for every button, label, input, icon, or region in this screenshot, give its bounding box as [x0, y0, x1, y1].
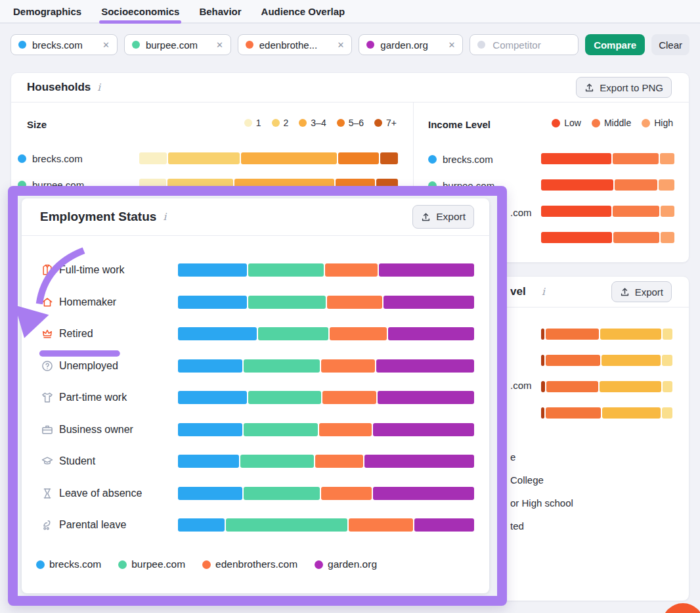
bar-segment — [241, 152, 338, 164]
size-legend: 1 2 3–4 5–6 7+ — [244, 118, 397, 128]
bar-segment — [376, 359, 474, 373]
bar-segment — [613, 232, 659, 243]
competitor-filter-bar: brecks.com ✕ burpee.com ✕ edenbrothe... … — [11, 34, 689, 55]
bar-segment — [613, 153, 659, 164]
bar-segment — [178, 263, 247, 277]
bar-segment — [330, 327, 387, 340]
legend-item: 1 — [244, 118, 261, 128]
report-tab-bar: Demographics Socioeconomics Behavior Aud… — [0, 0, 700, 24]
income-section-label: Income Level — [428, 119, 491, 130]
bar-segment — [327, 296, 383, 309]
education-legend-fragment: or High school — [510, 497, 573, 509]
employment-row: Unemployed — [22, 358, 489, 374]
bar-segment — [178, 327, 257, 340]
chip-close-icon[interactable]: ✕ — [337, 40, 344, 50]
bar-segment — [661, 232, 674, 243]
competitor-input[interactable] — [491, 39, 559, 51]
employment-row-retired: Retired — [22, 326, 489, 342]
work-jacket-icon — [41, 263, 54, 277]
employment-row: Part-time work — [22, 390, 489, 405]
bar-segment — [168, 152, 239, 164]
info-icon[interactable]: i — [163, 211, 166, 223]
bar-segment — [546, 329, 599, 340]
bar-segment — [602, 355, 661, 366]
chip-edenbrothers[interactable]: edenbrothe... ✕ — [238, 34, 353, 55]
tshirt-icon — [41, 391, 54, 404]
education-bar — [541, 355, 672, 366]
employment-bar — [178, 487, 474, 500]
education-bar — [541, 381, 672, 392]
bar-segment — [541, 407, 544, 419]
legend-dot — [592, 119, 600, 127]
chip-close-icon[interactable]: ✕ — [216, 40, 223, 50]
bar-segment — [338, 152, 379, 164]
chip-close-icon[interactable]: ✕ — [102, 40, 110, 50]
bar-segment — [383, 296, 474, 309]
legend-item: Low — [552, 118, 581, 128]
bar-segment — [541, 355, 544, 366]
info-icon[interactable]: i — [97, 81, 100, 93]
legend-item: brecks.com — [36, 558, 101, 570]
legend-dot — [552, 119, 560, 127]
employment-status-card: Employment Status i Export Full-time wor… — [22, 198, 489, 593]
employment-export-button[interactable]: Export — [412, 205, 474, 229]
employment-bar — [178, 359, 474, 373]
legend-item: burpee.com — [118, 558, 185, 570]
education-export-button[interactable]: Export — [611, 281, 672, 302]
chip-close-icon[interactable]: ✕ — [448, 40, 455, 50]
info-icon[interactable]: i — [542, 286, 545, 298]
legend-item: Middle — [592, 118, 631, 128]
clear-button[interactable]: Clear — [651, 34, 689, 55]
legend-dot — [118, 560, 127, 569]
upload-icon — [421, 212, 431, 222]
help-fab-button[interactable] — [662, 603, 700, 613]
income-legend: Low Middle High — [552, 118, 673, 128]
bar-segment — [541, 381, 545, 392]
bar-segment — [364, 455, 474, 468]
bar-segment — [662, 355, 672, 366]
bar-segment — [546, 381, 599, 392]
bar-segment — [178, 455, 239, 468]
households-header: Households i Export to PNG — [11, 73, 689, 102]
tab-demographics[interactable]: Demographics — [13, 0, 81, 22]
size-bar-brecks — [139, 152, 398, 164]
bar-segment — [546, 407, 601, 419]
tab-behavior[interactable]: Behavior — [199, 0, 241, 22]
chip-garden[interactable]: garden.org ✕ — [359, 34, 463, 55]
bar-segment — [178, 518, 225, 532]
chip-brecks[interactable]: brecks.com ✕ — [11, 34, 118, 55]
bar-segment — [663, 381, 672, 392]
empty-domain-dot — [477, 41, 485, 49]
bar-segment — [600, 329, 661, 340]
legend-dot — [36, 560, 45, 569]
domain-color-dot — [132, 41, 140, 49]
domain-color-dot — [18, 41, 26, 49]
tab-audience-overlap[interactable]: Audience Overlap — [261, 0, 345, 22]
bar-segment — [660, 153, 674, 164]
chip-burpee[interactable]: burpee.com ✕ — [124, 34, 231, 55]
legend-item: edenbrothers.com — [202, 558, 297, 570]
bar-segment — [662, 407, 672, 419]
bar-segment — [244, 359, 320, 373]
employment-header: Employment Status i Export — [22, 198, 489, 236]
employment-bar — [178, 423, 474, 436]
upload-icon — [584, 83, 594, 93]
bar-segment — [659, 179, 674, 191]
bar-segment — [541, 153, 611, 164]
legend-item: 7+ — [374, 118, 397, 128]
socioeconomics-report-page: Demographics Socioeconomics Behavior Aud… — [0, 0, 700, 613]
bar-segment — [240, 455, 313, 468]
bar-segment — [315, 455, 363, 468]
export-to-png-button[interactable]: Export to PNG — [576, 77, 672, 98]
education-bar — [541, 407, 672, 419]
bar-segment — [319, 423, 372, 436]
compare-button[interactable]: Compare — [585, 34, 645, 55]
tab-socioeconomics[interactable]: Socioeconomics — [101, 0, 179, 22]
employment-title: Employment Status — [40, 210, 156, 224]
employment-row: Leave of absence — [22, 486, 489, 501]
bar-segment — [321, 487, 372, 500]
bar-segment — [546, 355, 600, 366]
bar-segment — [378, 391, 474, 404]
briefcase-icon — [41, 423, 54, 436]
employment-row: Student — [22, 453, 489, 469]
